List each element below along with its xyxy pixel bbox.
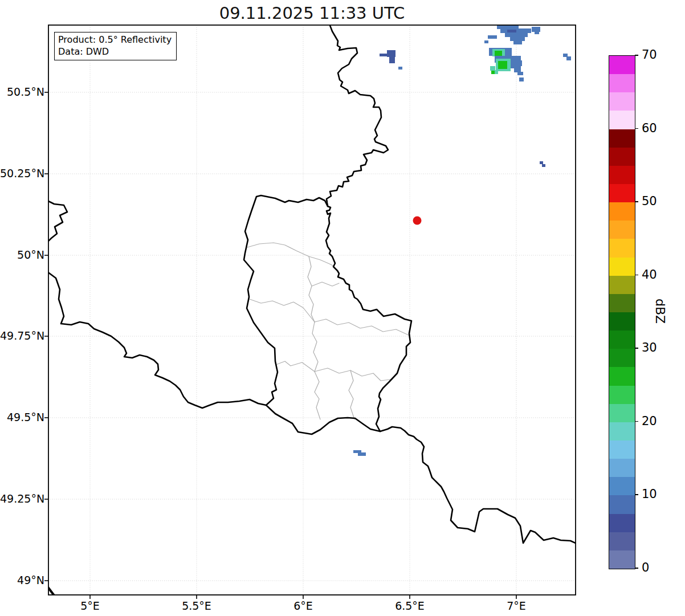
colorbar-segment bbox=[609, 331, 635, 349]
colorbar-segment bbox=[609, 459, 635, 477]
colorbar-segment bbox=[609, 202, 635, 221]
colorbar-segment bbox=[609, 550, 635, 569]
y-tick-label: 49.25°N bbox=[0, 492, 44, 505]
colorbar-segment bbox=[609, 312, 635, 331]
radar-echo-cell bbox=[495, 51, 502, 56]
data-source-line: Data: DWD bbox=[58, 46, 172, 58]
country-borders bbox=[45, 24, 577, 595]
colorbar-segment bbox=[609, 129, 635, 148]
radar-site-marker bbox=[413, 217, 422, 225]
radar-echo-cell bbox=[513, 40, 522, 44]
colorbar-tick-label: 60 bbox=[642, 121, 676, 135]
colorbar-segment bbox=[609, 514, 635, 532]
colorbar-tick-label: 20 bbox=[642, 414, 676, 428]
colorbar bbox=[609, 55, 635, 569]
colorbar-segment bbox=[609, 166, 635, 184]
colorbar-segment bbox=[609, 367, 635, 385]
colorbar-tick-mark bbox=[635, 201, 638, 202]
radar-echo-cell bbox=[497, 25, 519, 29]
colorbar-segment bbox=[609, 294, 635, 312]
radar-echo-cell bbox=[498, 61, 507, 69]
colorbar-tick-mark bbox=[635, 275, 638, 276]
colorbar-segment bbox=[609, 276, 635, 294]
colorbar-tick-mark bbox=[635, 128, 638, 129]
colorbar-segment bbox=[609, 56, 635, 74]
colorbar-segment bbox=[609, 386, 635, 404]
colorbar-segment bbox=[609, 532, 635, 550]
colorbar-segment bbox=[609, 495, 635, 513]
y-tick-label: 49.5°N bbox=[0, 411, 44, 423]
x-tick-label: 5.5°E bbox=[162, 599, 231, 612]
colorbar-segment bbox=[609, 111, 635, 129]
y-tick-label: 50°N bbox=[0, 248, 44, 261]
radar-echo-cell bbox=[505, 32, 528, 37]
colorbar-tick-mark bbox=[635, 494, 638, 495]
radar-echo-cell bbox=[389, 57, 395, 63]
x-tick-label: 7°E bbox=[482, 599, 551, 612]
border-belgium-germany bbox=[327, 24, 388, 206]
axis-ticks bbox=[44, 92, 516, 599]
x-tick-label: 5°E bbox=[56, 599, 124, 612]
colorbar-tick-label: 0 bbox=[642, 561, 676, 574]
colorbar-segment bbox=[609, 349, 635, 367]
radar-echo-cell bbox=[566, 56, 571, 60]
colorbar-tick-mark bbox=[635, 568, 638, 569]
y-tick-label: 50.5°N bbox=[0, 85, 44, 98]
figure-title: 09.11.2025 11:33 UTC bbox=[48, 3, 576, 23]
radar-echo-cell bbox=[387, 50, 395, 57]
radar-echo-cell bbox=[484, 40, 488, 43]
border-luxembourg bbox=[244, 195, 411, 434]
radar-echo-cell bbox=[540, 161, 543, 164]
colorbar-segment bbox=[609, 239, 635, 257]
colorbar-tick-mark bbox=[635, 421, 638, 422]
product-info-box: Product: 0.5° Reflectivity Data: DWD bbox=[54, 32, 177, 60]
radar-echo-cell bbox=[510, 36, 525, 41]
radar-echo-cell bbox=[535, 31, 539, 34]
border-france-belgium bbox=[45, 201, 266, 408]
colorbar-tick-mark bbox=[635, 55, 638, 56]
colorbar-segment bbox=[609, 221, 635, 239]
x-tick-label: 6.5°E bbox=[376, 599, 444, 612]
radar-figure: 09.11.2025 11:33 UTC Product: 0.5° Refle… bbox=[0, 0, 685, 616]
colorbar-segment bbox=[609, 440, 635, 459]
colorbar-segment bbox=[609, 74, 635, 92]
radar-echo-cell bbox=[519, 77, 524, 81]
y-tick-label: 50.25°N bbox=[0, 167, 44, 180]
radar-echo-cell bbox=[542, 164, 545, 167]
radar-echo-cell bbox=[398, 67, 402, 70]
colorbar-tick-mark bbox=[635, 348, 638, 349]
radar-echo-cell bbox=[532, 27, 540, 32]
colorbar-segment bbox=[609, 184, 635, 202]
radar-echo-cell bbox=[488, 35, 497, 39]
radar-echo-cell bbox=[358, 452, 366, 456]
y-tick-label: 49.75°N bbox=[0, 329, 44, 342]
radar-echoes bbox=[353, 25, 571, 456]
map-canvas bbox=[48, 25, 576, 595]
colorbar-tick-label: 50 bbox=[642, 194, 676, 208]
y-tick-label: 49°N bbox=[0, 574, 44, 586]
colorbar-tick-label: 70 bbox=[642, 48, 676, 62]
product-line: Product: 0.5° Reflectivity bbox=[58, 34, 172, 46]
radar-echo-cell bbox=[514, 68, 521, 72]
colorbar-tick-label: 40 bbox=[642, 268, 676, 282]
radar-echo-cell bbox=[490, 66, 495, 71]
colorbar-segment bbox=[609, 422, 635, 440]
map-area: Product: 0.5° Reflectivity Data: DWD bbox=[48, 25, 576, 595]
colorbar-segment bbox=[609, 477, 635, 495]
colorbar-segment bbox=[609, 404, 635, 422]
colorbar-segment bbox=[609, 92, 635, 111]
colorbar-segment bbox=[609, 258, 635, 276]
radar-echo-cell bbox=[491, 71, 495, 74]
radar-echo-cell bbox=[517, 72, 523, 75]
radar-echo-cell bbox=[511, 60, 522, 66]
colorbar-tick-label: 30 bbox=[642, 341, 676, 354]
colorbar-tick-label: 10 bbox=[642, 487, 676, 501]
x-tick-label: 6°E bbox=[269, 599, 337, 612]
colorbar-segment bbox=[609, 148, 635, 166]
colorbar-axis-label: dBZ bbox=[653, 299, 667, 324]
